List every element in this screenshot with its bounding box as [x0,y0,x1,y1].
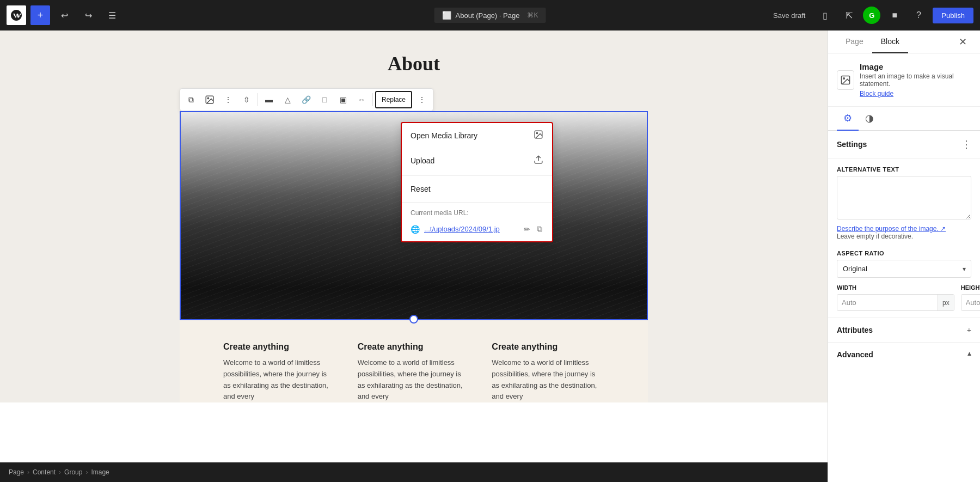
toolbar-replace-button[interactable]: Replace [375,91,412,108]
toolbar-drag-button[interactable]: ⋮ [219,91,237,108]
breadcrumb-group[interactable]: Group [64,468,82,476]
reset-item[interactable]: Reset [402,178,552,200]
sidebar-tabs: Page Block ✕ [828,30,980,53]
toolbar-alert-button[interactable]: △ [279,91,296,108]
open-media-library-item[interactable]: Open Media Library [402,123,552,148]
save-draft-button[interactable]: Save draft [768,8,811,23]
aspect-ratio-wrapper: Original 1:1 4:3 16:9 Custom ▾ [837,260,971,278]
height-input-row: px [961,294,980,311]
list-view-button[interactable]: ☰ [102,5,122,25]
dimension-row: WIDTH px HEIGHT px [828,278,980,318]
breadcrumb-image[interactable]: Image [91,468,109,476]
block-icon [837,70,854,90]
open-media-library-label: Open Media Library [411,131,477,140]
col-2-text: Welcome to a world of limitless possibil… [358,357,470,402]
toolbar-overlay-button[interactable]: ▣ [334,91,352,108]
upload-item[interactable]: Upload [402,148,552,173]
user-avatar[interactable]: G [863,7,880,24]
sub-tab-settings[interactable]: ⚙ [837,107,859,131]
breadcrumb-content[interactable]: Content [33,468,56,476]
breadcrumb-sep-1: › [27,468,29,476]
page-heading: About [180,52,648,75]
breadcrumb-sep-3: › [85,468,88,476]
upload-icon [534,155,543,167]
reset-label: Reset [411,185,431,193]
block-guide-link[interactable]: Block guide [860,90,971,97]
block-info: Image Insert an image to make a visual s… [828,53,980,107]
settings-more-button[interactable]: ⋮ [961,138,971,150]
preview-button[interactable]: ▯ [815,5,835,25]
alt-text-hint: Leave empty if decorative. [837,233,971,240]
page-info-button[interactable]: ⬜ About (Page) · Page ⌘K [434,8,546,23]
undo-button[interactable]: ↩ [54,5,74,25]
toolbar-image-button[interactable] [201,91,218,108]
attributes-header[interactable]: Attributes + [828,318,980,342]
toolbar-move-button[interactable]: ⇳ [238,91,255,108]
publish-button[interactable]: Publish [933,8,973,23]
settings-toggle-button[interactable]: ■ [885,5,904,25]
tab-page[interactable]: Page [837,30,872,53]
toolbar-link-button[interactable]: 🔗 [297,91,315,108]
column-2: Create anything Welcome to a world of li… [358,342,470,402]
breadcrumb: Page › Content › Group › Image [0,462,828,482]
width-label: WIDTH [837,284,954,291]
width-input-row: px [837,294,954,311]
main-layout: About ⧉ ⋮ ⇳ ▬ △ 🔗 □ [0,30,980,482]
col-2-heading: Create anything [358,342,470,352]
media-url-link[interactable]: ...t/uploads/2024/09/1.jp [424,225,518,233]
sidebar-sub-tabs: ⚙ ◑ [828,107,980,131]
edit-url-button[interactable]: ✏ [523,224,531,235]
three-column-grid: Create anything Welcome to a world of li… [180,342,648,402]
redo-button[interactable]: ↪ [78,5,98,25]
keyboard-shortcut: ⌘K [527,11,538,19]
topbar-center: ⬜ About (Page) · Page ⌘K [434,8,546,23]
current-url-label: Current media URL: [402,205,552,219]
width-input[interactable] [837,295,938,310]
help-button[interactable]: ? [909,5,928,25]
alt-text-label: ALTERNATIVE TEXT [828,158,980,176]
height-label: HEIGHT [961,284,980,291]
column-1: Create anything Welcome to a world of li… [223,342,336,402]
advanced-header[interactable]: Advanced ▾ [828,343,980,367]
attributes-chevron-icon: + [967,326,971,334]
upload-label: Upload [411,156,434,165]
wp-logo[interactable] [7,5,26,25]
block-info-text: Image Insert an image to make a visual s… [860,62,971,97]
sidebar-close-button[interactable]: ✕ [954,30,971,53]
globe-icon: 🌐 [411,225,420,234]
svg-point-3 [536,132,537,133]
fullscreen-button[interactable]: ⇱ [839,5,859,25]
toolbar-crop-button[interactable]: □ [316,91,333,108]
page-icon: ⬜ [442,11,451,20]
column-3: Create anything Welcome to a world of li… [492,342,604,402]
aspect-ratio-select[interactable]: Original 1:1 4:3 16:9 Custom [837,260,971,278]
add-block-button[interactable]: + [30,5,50,25]
block-toolbar: ⧉ ⋮ ⇳ ▬ △ 🔗 □ ▣ ↔ Replac [180,88,433,111]
col-1-text: Welcome to a world of limitless possibil… [223,357,336,402]
toolbar-more-button[interactable]: ⋮ [413,91,431,108]
toolbar-divider-2 [372,93,373,106]
width-group: WIDTH px [837,284,954,311]
alt-text-link[interactable]: Describe the purpose of the image. ↗ [837,225,946,233]
dropdown-divider [402,175,552,176]
breadcrumb-page[interactable]: Page [9,468,24,476]
height-input[interactable] [961,295,980,310]
url-row: 🌐 ...t/uploads/2024/09/1.jp ✏ ⧉ [402,219,552,241]
alt-text-input[interactable] [837,176,971,219]
advanced-section: Advanced ▾ [828,342,980,367]
svg-point-6 [843,77,845,79]
advanced-chevron-icon: ▾ [967,350,971,359]
attributes-title: Attributes [837,326,873,334]
toolbar-align-button[interactable]: ▬ [260,91,278,108]
resize-handle[interactable] [409,315,418,324]
alt-text-help: Describe the purpose of the image. ↗ Lea… [828,222,980,242]
tab-block[interactable]: Block [872,30,908,53]
col-1-heading: Create anything [223,342,336,352]
toolbar-fullwidth-button[interactable]: ↔ [353,91,370,108]
block-name-label: Image [860,62,971,71]
right-sidebar: Page Block ✕ Image Insert an image to ma… [828,30,980,482]
toolbar-duplicate-button[interactable]: ⧉ [182,91,200,108]
sub-tab-styles[interactable]: ◑ [859,107,880,131]
copy-url-button[interactable]: ⧉ [536,223,543,235]
attributes-section: Attributes + [828,318,980,342]
